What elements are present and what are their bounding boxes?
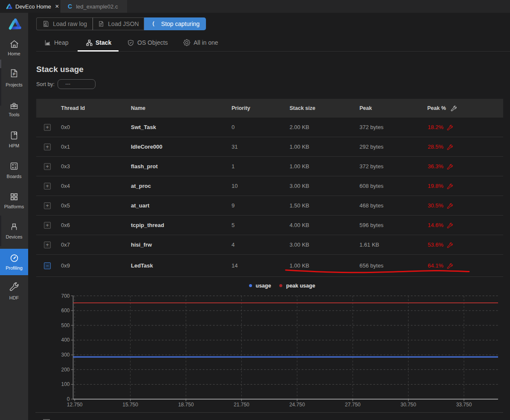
svg-text:18.750: 18.750	[178, 402, 194, 408]
svg-text:600: 600	[61, 308, 70, 314]
svg-text:100: 100	[61, 381, 70, 387]
svg-text:P: P	[13, 72, 15, 76]
svg-text:0: 0	[67, 396, 70, 402]
svg-text:12.750: 12.750	[67, 402, 83, 408]
svg-text:400: 400	[61, 337, 70, 343]
svg-text:200: 200	[61, 367, 70, 373]
svg-text:21.750: 21.750	[234, 402, 249, 408]
svg-text:peak usage: peak usage	[286, 283, 315, 289]
svg-text:33.750: 33.750	[456, 402, 472, 408]
svg-text:300: 300	[61, 352, 70, 358]
svg-text:15.750: 15.750	[122, 402, 138, 408]
svg-text:24.750: 24.750	[289, 402, 305, 408]
svg-text:700: 700	[61, 293, 70, 299]
svg-text:30.750: 30.750	[400, 402, 416, 408]
svg-text:usage: usage	[256, 283, 271, 289]
svg-text:500: 500	[61, 322, 70, 328]
svg-text:27.750: 27.750	[345, 402, 361, 408]
